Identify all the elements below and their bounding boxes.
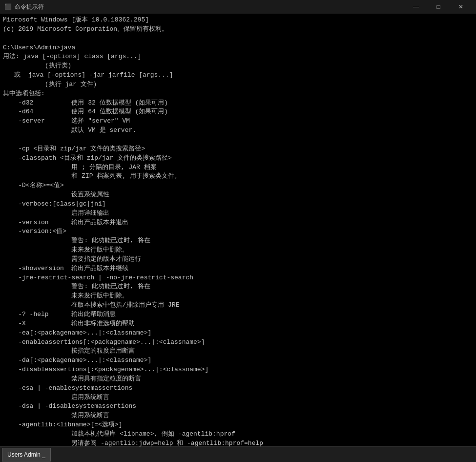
- window-title: 命令提示符: [15, 3, 44, 11]
- cmd-icon: ⬛: [4, 3, 12, 11]
- close-button[interactable]: ✕: [450, 0, 472, 14]
- taskbar: Users Admin _: [0, 446, 476, 462]
- console-output[interactable]: Microsoft Windows [版本 10.0.18362.295] (c…: [0, 14, 476, 446]
- taskbar-cmd-item[interactable]: Users Admin _: [2, 448, 51, 462]
- window-controls: — □ ✕: [405, 0, 472, 14]
- maximize-button[interactable]: □: [427, 0, 450, 14]
- title-bar: ⬛ 命令提示符 — □ ✕: [0, 0, 476, 14]
- minimize-button[interactable]: —: [405, 0, 427, 14]
- title-bar-left: ⬛ 命令提示符: [4, 3, 44, 11]
- cmd-window: ⬛ 命令提示符 — □ ✕ Microsoft Windows [版本 10.0…: [0, 0, 476, 462]
